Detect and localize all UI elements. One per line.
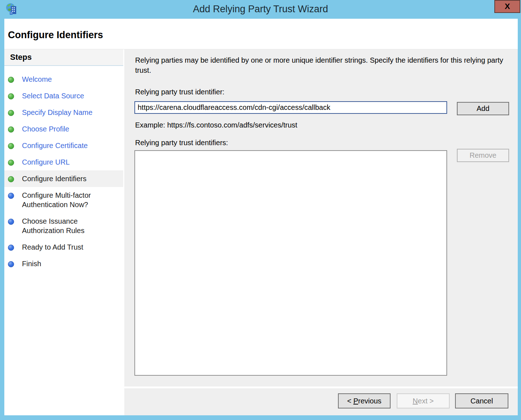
sidebar-step: Ready to Add Trust: [4, 239, 123, 255]
page-title: Configure Identifiers: [4, 19, 518, 41]
wizard-window: Add Relying Party Trust Wizard X Configu…: [0, 0, 521, 420]
step-pending-icon: [8, 261, 14, 267]
steps-heading: Steps: [4, 49, 123, 66]
step-pending-icon: [8, 245, 14, 251]
sidebar-step: Choose Issuance Authorization Rules: [4, 213, 123, 239]
sidebar-step[interactable]: Specify Display Name: [4, 104, 123, 121]
next-button[interactable]: Next >: [397, 393, 450, 408]
close-button[interactable]: X: [494, 0, 520, 13]
step-pending-icon: [8, 193, 14, 199]
step-label: Choose Issuance Authorization Rules: [22, 216, 120, 235]
identifier-input[interactable]: [134, 101, 447, 114]
step-pending-icon: [8, 219, 14, 225]
sidebar-step[interactable]: Select Data Source: [4, 88, 123, 104]
step-label: Choose Profile: [22, 124, 69, 134]
step-completed-icon: [8, 93, 14, 99]
sidebar-step: Finish: [4, 255, 123, 272]
steps-list: WelcomeSelect Data SourceSpecify Display…: [4, 66, 123, 272]
step-label: Configure Multi-factor Authentication No…: [22, 191, 120, 209]
step-completed-icon: [8, 77, 14, 83]
title-bar: Add Relying Party Trust Wizard X: [0, 0, 521, 19]
sidebar-step[interactable]: Configure URL: [4, 154, 123, 170]
step-completed-icon: [8, 126, 14, 133]
step-label: Configure Certificate: [22, 141, 88, 150]
step-completed-icon: [8, 143, 14, 149]
window-title: Add Relying Party Trust Wizard: [0, 0, 521, 19]
steps-sidebar: Steps WelcomeSelect Data SourceSpecify D…: [4, 49, 123, 415]
step-label: Finish: [22, 259, 41, 268]
step-label: Specify Display Name: [22, 108, 93, 117]
sidebar-step[interactable]: Configure Certificate: [4, 137, 123, 154]
identifiers-list-label: Relying party trust identifiers:: [135, 139, 228, 147]
previous-button[interactable]: < Previous: [338, 393, 391, 408]
window-body: Configure Identifiers Steps WelcomeSelec…: [4, 19, 518, 415]
intro-text: Relying parties may be identified by one…: [135, 55, 503, 75]
example-text: Example: https://fs.contoso.com/adfs/ser…: [135, 121, 297, 129]
cancel-button[interactable]: Cancel: [455, 393, 508, 408]
step-label: Configure URL: [22, 157, 70, 167]
step-completed-icon: [8, 160, 14, 166]
add-button[interactable]: Add: [457, 102, 509, 115]
sidebar-step: Configure Multi-factor Authentication No…: [4, 187, 123, 213]
step-completed-icon: [8, 110, 14, 116]
page-header: Configure Identifiers: [4, 19, 518, 49]
sidebar-step[interactable]: Configure Identifiers: [4, 170, 123, 187]
step-label: Configure Identifiers: [22, 174, 86, 183]
identifiers-listbox[interactable]: [134, 150, 447, 376]
sidebar-step[interactable]: Choose Profile: [4, 121, 123, 137]
main-panel: Relying parties may be identified by one…: [124, 49, 518, 387]
step-label: Ready to Add Trust: [22, 242, 83, 252]
step-completed-icon: [8, 176, 14, 182]
step-label: Select Data Source: [22, 91, 84, 100]
identifier-label: Relying party trust identifier:: [135, 88, 224, 96]
step-label: Welcome: [22, 75, 52, 84]
footer-bar: < Previous Next > Cancel: [124, 388, 518, 415]
remove-button[interactable]: Remove: [457, 149, 509, 162]
sidebar-step[interactable]: Welcome: [4, 71, 123, 88]
